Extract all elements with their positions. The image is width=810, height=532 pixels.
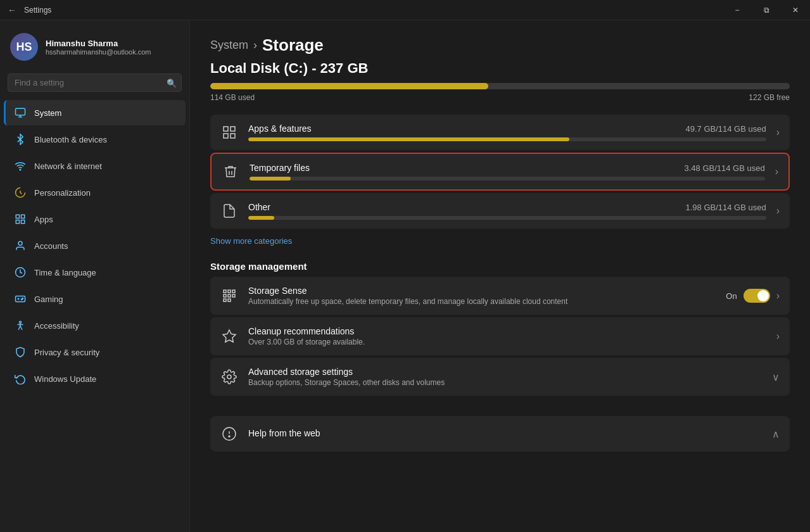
privacy-icon	[14, 346, 27, 358]
svg-rect-5	[22, 215, 25, 218]
help-icon	[220, 425, 238, 443]
storage-sense-toggle-label: On	[726, 291, 737, 301]
app-layout: HS Himanshu Sharma hssharmahimanshu@outl…	[0, 20, 810, 532]
breadcrumb-parent[interactable]: System	[210, 39, 248, 52]
other-icon	[220, 202, 238, 220]
mgmt-card-cleanup[interactable]: Cleanup recommendations Over 3.00 GB of …	[210, 317, 790, 355]
user-info: Himanshu Sharma hssharmahimanshu@outlook…	[46, 39, 151, 56]
other-chevron: ›	[776, 205, 780, 217]
sidebar: HS Himanshu Sharma hssharmahimanshu@outl…	[0, 20, 190, 532]
cleanup-right: ›	[776, 331, 780, 342]
storage-sense-content: Storage Sense Automatically free up spac…	[248, 286, 716, 306]
sidebar-item-system[interactable]: System	[4, 100, 186, 125]
storage-sense-icon	[220, 287, 238, 305]
svg-point-13	[20, 321, 22, 323]
disk-used-label: 114 GB used	[210, 93, 255, 102]
storage-card-temporary-files[interactable]: Temporary files 3.48 GB/114 GB used ›	[210, 153, 790, 191]
svg-rect-14	[224, 127, 228, 131]
svg-point-20	[229, 436, 230, 437]
main-content: System › Storage Local Disk (C:) - 237 G…	[190, 20, 810, 532]
storage-sense-desc: Automatically free up space, delete temp…	[248, 297, 716, 306]
search-box[interactable]: 🔍	[8, 73, 182, 92]
disk-stats: 114 GB used 122 GB free	[210, 93, 790, 102]
temporary-files-label: Temporary files	[250, 163, 310, 173]
sidebar-item-apps[interactable]: Apps	[4, 206, 186, 232]
svg-rect-15	[231, 127, 235, 131]
accounts-icon	[14, 239, 27, 252]
user-name: Himanshu Sharma	[46, 39, 151, 48]
help-section: Help from the web ∧	[210, 416, 790, 452]
temporary-files-size: 3.48 GB/114 GB used	[684, 163, 764, 173]
time-icon	[14, 266, 27, 279]
user-email: hssharmahimanshu@outlook.com	[46, 48, 151, 56]
other-label: Other	[248, 202, 270, 212]
windows-update-icon	[14, 372, 27, 385]
svg-point-18	[227, 375, 231, 379]
sidebar-label-system: System	[34, 108, 61, 118]
svg-rect-4	[16, 215, 19, 218]
storage-sense-toggle[interactable]	[744, 289, 770, 303]
advanced-icon	[220, 368, 238, 386]
storage-card-apps-features[interactable]: Apps & features 49.7 GB/114 GB used ›	[210, 115, 790, 150]
breadcrumb: System › Storage	[210, 35, 790, 55]
back-button[interactable]: ←	[8, 5, 16, 15]
system-icon	[14, 106, 27, 119]
accessibility-icon	[14, 319, 27, 332]
cleanup-label: Cleanup recommendations	[248, 326, 766, 336]
sidebar-item-bluetooth[interactable]: Bluetooth & devices	[4, 127, 186, 152]
help-chevron-up: ∧	[772, 428, 780, 440]
help-label: Help from the web	[248, 428, 762, 438]
sidebar-label-accounts: Accounts	[34, 241, 68, 251]
sidebar-label-network: Network & internet	[34, 162, 102, 171]
apps-features-size: 49.7 GB/114 GB used	[685, 124, 766, 134]
toggle-knob	[757, 290, 769, 301]
svg-rect-16	[224, 134, 228, 138]
sidebar-label-personalization: Personalization	[34, 188, 91, 198]
svg-point-8	[18, 241, 22, 245]
storage-sense-right: On ›	[726, 289, 780, 303]
advanced-chevron-down: ∨	[772, 371, 780, 383]
sidebar-item-personalization[interactable]: Personalization	[4, 180, 186, 205]
restore-button[interactable]: ⧉	[752, 0, 781, 20]
cleanup-icon	[220, 327, 238, 345]
sidebar-item-gaming[interactable]: Gaming	[4, 286, 186, 312]
sidebar-item-accounts[interactable]: Accounts	[4, 233, 186, 258]
apps-features-icon	[220, 124, 238, 141]
mgmt-card-storage-sense[interactable]: Storage Sense Automatically free up spac…	[210, 277, 790, 315]
disk-bar-fill	[210, 83, 488, 89]
storage-management-title: Storage management	[210, 261, 790, 272]
advanced-desc: Backup options, Storage Spaces, other di…	[248, 378, 762, 387]
temporary-files-chevron: ›	[775, 166, 778, 177]
sidebar-item-network[interactable]: Network & internet	[4, 153, 186, 179]
apps-icon	[14, 213, 27, 225]
cleanup-desc: Over 3.00 GB of storage available.	[248, 338, 766, 346]
bluetooth-icon	[14, 133, 27, 146]
close-button[interactable]: ✕	[781, 0, 810, 20]
sidebar-item-accessibility[interactable]: Accessibility	[4, 313, 186, 338]
sidebar-label-windows-update: Windows Update	[34, 374, 96, 384]
titlebar: ← Settings − ⧉ ✕	[0, 0, 810, 20]
storage-sense-chevron: ›	[776, 290, 780, 301]
show-more-link[interactable]: Show more categories	[210, 231, 292, 251]
cleanup-chevron: ›	[776, 331, 780, 342]
cleanup-content: Cleanup recommendations Over 3.00 GB of …	[248, 326, 766, 346]
sidebar-label-gaming: Gaming	[34, 294, 63, 304]
svg-rect-10	[16, 296, 25, 302]
sidebar-item-time[interactable]: Time & language	[4, 260, 186, 285]
advanced-label: Advanced storage settings	[248, 367, 762, 377]
storage-card-other[interactable]: Other 1.98 GB/114 GB used ›	[210, 193, 790, 229]
sidebar-label-privacy: Privacy & security	[34, 348, 99, 357]
mgmt-card-advanced[interactable]: Advanced storage settings Backup options…	[210, 358, 790, 396]
svg-point-3	[20, 169, 21, 170]
temporary-files-content: Temporary files 3.48 GB/114 GB used	[250, 163, 765, 180]
disk-bar-container	[210, 83, 790, 89]
minimize-button[interactable]: −	[723, 0, 752, 20]
mgmt-card-help[interactable]: Help from the web ∧	[210, 416, 790, 452]
search-input[interactable]	[8, 73, 182, 92]
sidebar-item-windows-update[interactable]: Windows Update	[4, 366, 186, 391]
user-profile[interactable]: HS Himanshu Sharma hssharmahimanshu@outl…	[0, 20, 189, 71]
svg-rect-0	[16, 108, 25, 115]
apps-features-chevron: ›	[776, 127, 780, 138]
sidebar-item-privacy[interactable]: Privacy & security	[4, 339, 186, 365]
temporary-files-icon	[222, 163, 239, 180]
